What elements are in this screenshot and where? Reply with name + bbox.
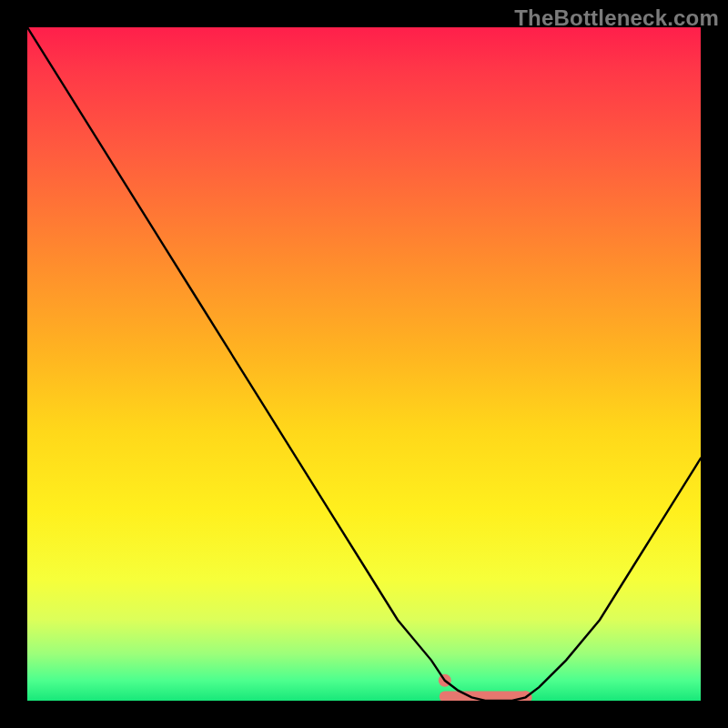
bottleneck-curve — [27, 27, 701, 701]
chart-svg — [27, 27, 701, 701]
chart-plot-area — [27, 27, 701, 701]
